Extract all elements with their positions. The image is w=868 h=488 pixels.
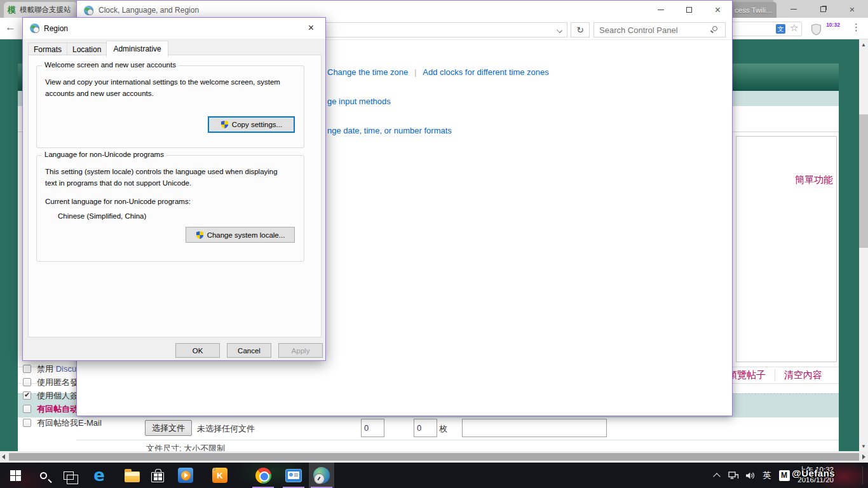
scroll-right-icon[interactable] [862,454,865,459]
forum-panel-link[interactable]: 簡單功能 [795,174,833,186]
ime-mode-indicator[interactable]: M [776,463,792,488]
horizontal-scrollbar-thumb[interactable] [9,453,859,461]
taskbar-explorer-button[interactable] [119,463,145,488]
link-change-time-zone[interactable]: Change the time zone [327,67,408,77]
blue-app-icon [285,469,302,482]
checkbox-reply-email[interactable] [23,419,31,427]
forum-option-row: 有回帖给我E-Mail [23,417,102,428]
quantity-input-2[interactable] [414,419,437,437]
clock-region-icon [313,467,330,484]
folder-icon [125,471,140,482]
region-icon [30,24,39,33]
taskbar-chrome-button[interactable] [250,463,276,488]
windows-logo-icon [10,470,21,481]
unit-label: 枚 [439,423,447,435]
region-close-button[interactable]: × [297,18,325,38]
refresh-button[interactable]: ↻ [571,22,590,37]
checkbox-anonymous[interactable] [23,378,31,386]
taskbar-search-button[interactable] [31,463,56,488]
forum-option-row: 使用個人簽 [23,390,78,401]
cp-close-button[interactable]: × [703,1,732,19]
bookmark-star-icon[interactable]: ☆ [790,22,798,34]
taskbar-media-player-button[interactable] [173,463,198,488]
maximize-icon [686,7,692,13]
extension-shield-icon[interactable] [811,24,822,38]
forum-panel-box [736,136,837,362]
volume-tray-icon[interactable] [742,463,757,488]
taskbar-store-button[interactable] [145,463,170,488]
region-dialog-titlebar[interactable]: Region [23,18,325,39]
cp-minimize-button[interactable] [646,1,675,19]
speaker-icon [745,471,756,480]
browser-close-button[interactable]: × [837,0,867,18]
taskbar-music-app-button[interactable]: K [207,463,233,488]
store-icon [151,472,164,482]
window-controls: × [646,1,732,19]
chevron-up-icon [713,473,720,480]
browser-back-button[interactable]: ← [5,21,16,34]
choose-file-button[interactable]: 选择文件 [145,420,192,436]
browser-menu-icon[interactable]: ⋮ [851,22,861,33]
ok-button[interactable]: OK [175,343,220,358]
current-language-value: Chinese (Simplified, China) [58,210,146,222]
scroll-left-icon[interactable] [2,454,5,459]
tab-title: 模載聯合支援站 [20,5,71,15]
link-change-date-formats[interactable]: nge date, time, or number formats [327,126,452,135]
extension-time-badge[interactable]: 10:32 [826,22,840,28]
forum-option-row: 禁用 Discu [23,363,76,374]
ime-language-indicator[interactable]: 英 [760,463,774,488]
taskbar-control-panel-button[interactable] [309,463,334,488]
task-view-button[interactable] [56,463,81,488]
browser-restore-button[interactable] [808,0,837,18]
cp-links-row: Change the time zone | Add clocks for di… [327,67,549,77]
control-panel-title: Clock, Language, and Region [98,6,199,15]
region-dialog: Region × Formats Location Administrative… [22,17,326,361]
minimize-icon [658,10,664,10]
non-unicode-group: Language for non-Unicode programs This s… [36,155,304,262]
description-input[interactable] [462,419,607,437]
quantity-input-1[interactable] [361,419,384,437]
music-app-icon: K [212,468,227,483]
cancel-button[interactable]: Cancel [227,343,271,358]
scroll-up-icon[interactable]: ▲ [859,42,868,48]
option-label: 有回帖给我E-Mail [37,417,102,429]
browser-tab-active[interactable]: 模 模載聯合支援站 [4,2,78,18]
apply-button[interactable]: Apply [278,343,323,358]
forum-action-clear[interactable]: 清空內容 [775,369,831,381]
network-tray-icon[interactable] [726,463,741,488]
forum-option-row: 使用匿名發 [23,377,78,388]
start-button[interactable] [3,463,28,488]
scroll-down-icon[interactable]: ▼ [859,444,868,449]
browser-minimize-button[interactable] [779,0,808,18]
forum-divider [76,440,839,440]
chevron-down-icon[interactable] [557,27,562,33]
browser-tab-inactive[interactable]: cess Twili... [731,2,776,18]
clock-region-icon [84,6,93,15]
cp-maximize-button[interactable] [675,1,703,19]
discuz-link[interactable]: Discu [56,364,77,374]
translate-icon[interactable]: 文 [776,24,785,34]
browser-window-controls: × [779,0,867,18]
group-legend: Language for non-Unicode programs [42,151,166,158]
checkbox-reply-auto[interactable] [23,405,31,413]
chrome-icon [255,468,271,484]
link-change-input-methods[interactable]: ge input methods [327,97,391,106]
checkbox-disable-code[interactable] [23,365,31,373]
checkbox-signature[interactable] [23,391,31,400]
group-legend: Welcome screen and new user accounts [42,61,179,69]
vertical-scrollbar-thumb[interactable] [859,114,868,248]
ethernet-icon [728,471,739,480]
change-system-locale-button[interactable]: Change system locale... [186,227,295,243]
tray-expand-button[interactable] [710,463,723,488]
search-icon[interactable] [712,26,717,31]
uac-shield-icon [220,120,229,129]
taskbar-edge-button[interactable]: e [86,463,112,488]
taskbar-blue-app-button[interactable] [281,463,306,488]
tab-administrative[interactable]: Administrative [106,41,168,57]
search-input[interactable] [593,22,726,37]
tray-divider [862,466,863,484]
no-file-chosen-label: 未选择任何文件 [197,423,255,435]
link-add-clocks[interactable]: Add clocks for different time zones [423,67,548,77]
show-desktop-button[interactable] [864,463,868,488]
copy-settings-button[interactable]: Copy settings... [208,116,295,133]
